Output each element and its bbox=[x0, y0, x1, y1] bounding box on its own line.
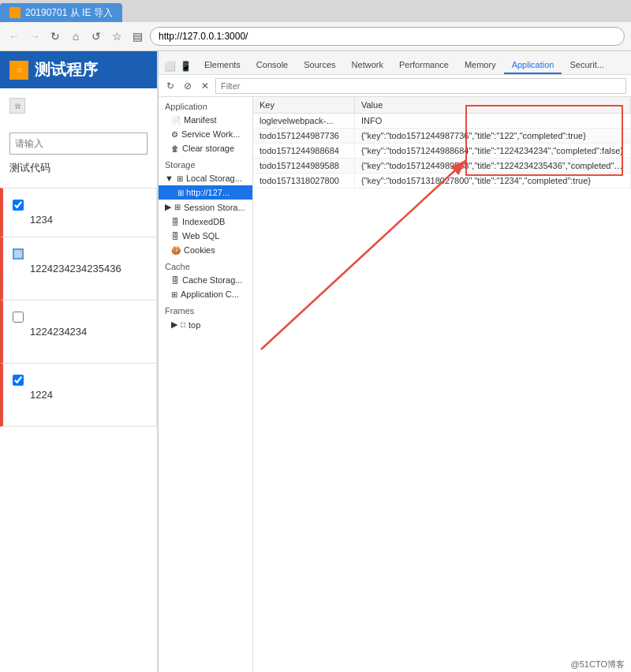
todo-text-4: 1224 bbox=[13, 389, 147, 401]
local-storage-icon: ⊞ bbox=[177, 174, 183, 183]
refresh-button[interactable]: ↻ bbox=[47, 28, 63, 44]
table-row[interactable]: todo1571244989588{"key":"todo15712449895… bbox=[253, 159, 631, 174]
table-cell-key: todo1571318027800 bbox=[253, 174, 354, 189]
footer-text: @51CTO博客 bbox=[571, 659, 625, 669]
todo-checkbox-1[interactable] bbox=[13, 200, 24, 211]
devtools-main: Application 📄 Manifest ⚙ Service Work...… bbox=[159, 97, 631, 672]
browser-chrome: 20190701 从 IE 导入 ← → ↻ ⌂ ↺ ☆ ▤ http://12… bbox=[0, 0, 631, 51]
table-cell-key: todo1571244987736 bbox=[253, 129, 354, 144]
list-item: 1224 bbox=[0, 364, 157, 427]
reader-button[interactable]: ▤ bbox=[129, 28, 145, 44]
list-item: 1224234234235436 bbox=[0, 237, 157, 301]
list-item: 1234 bbox=[0, 188, 157, 237]
clear-storage-button[interactable]: ⊘ bbox=[181, 79, 195, 93]
sidebar-item-cache-storage[interactable]: 🗄 Cache Storag... bbox=[159, 273, 252, 287]
sidebar-item-clear-storage[interactable]: 🗑 Clear storage bbox=[159, 141, 252, 155]
active-tab[interactable]: 20190701 从 IE 导入 bbox=[0, 3, 122, 22]
sidebar-item-web-sql[interactable]: 🗄 Web SQL bbox=[159, 229, 252, 243]
browser-tabs: 20190701 从 IE 导入 bbox=[0, 0, 631, 22]
sidebar-item-manifest[interactable]: 📄 Manifest bbox=[159, 113, 252, 127]
table-row[interactable]: todo1571318027800{"key":"todo15713180278… bbox=[253, 174, 631, 189]
session-storage-header[interactable]: ▶ ⊞ Session Stora... bbox=[159, 200, 252, 215]
todo-checkbox-row bbox=[13, 375, 147, 386]
app-panel: ☆ 测试程序 ☆ 测试代码 1234 122423423 bbox=[0, 51, 158, 672]
sidebar-item-local-storage-http[interactable]: ⊞ http://127... bbox=[159, 185, 252, 200]
filter-input[interactable] bbox=[215, 78, 626, 94]
device-icon[interactable]: 📱 bbox=[177, 58, 193, 74]
app-title: 测试程序 bbox=[35, 59, 98, 80]
table-cell-key: loglevelwebpack-... bbox=[253, 114, 354, 129]
todo-checkbox-row bbox=[13, 248, 147, 259]
storage-table: Key Value loglevelwebpack-...INFOtodo157… bbox=[253, 97, 631, 189]
table-cell-key: todo1571244988684 bbox=[253, 144, 354, 159]
local-storage-header[interactable]: ▼ ⊞ Local Storag... bbox=[159, 171, 252, 185]
tab-elements[interactable]: Elements bbox=[196, 57, 248, 74]
session-storage-icon: ⊞ bbox=[174, 203, 181, 211]
tab-network[interactable]: Network bbox=[344, 57, 391, 74]
devtools-main-wrap: Application 📄 Manifest ⚙ Service Work...… bbox=[159, 97, 631, 672]
tab-application[interactable]: Application bbox=[504, 57, 562, 74]
footer-bar: @51CTO博客 bbox=[565, 657, 631, 672]
cache-section-title: Cache bbox=[159, 257, 252, 273]
table-cell-value: INFO bbox=[354, 114, 630, 129]
frame-icon: □ bbox=[181, 320, 185, 329]
close-filter-button[interactable]: ✕ bbox=[198, 79, 212, 93]
sidebar-icon-1[interactable]: ☆ bbox=[9, 98, 25, 114]
frames-section-title: Frames bbox=[159, 301, 252, 317]
todo-checkbox-icon-2[interactable] bbox=[13, 248, 24, 259]
app-header: ☆ 测试程序 bbox=[0, 51, 157, 88]
forward-button[interactable]: → bbox=[27, 28, 43, 44]
todo-checkbox-4[interactable] bbox=[13, 375, 24, 386]
sidebar-item-service-workers[interactable]: ⚙ Service Work... bbox=[159, 127, 252, 141]
tab-label: 20190701 从 IE 导入 bbox=[25, 6, 113, 20]
tab-console[interactable]: Console bbox=[248, 57, 296, 74]
tab-favicon bbox=[9, 7, 21, 18]
expand-icon: ▼ bbox=[165, 174, 174, 183]
table-row[interactable]: loglevelwebpack-...INFO bbox=[253, 114, 631, 129]
star-button[interactable]: ☆ bbox=[109, 28, 125, 44]
address-bar[interactable]: http://127.0.0.1:3000/ bbox=[150, 27, 625, 46]
sidebar-item-top-frame[interactable]: ▶ □ top bbox=[159, 317, 252, 332]
sidebar-item-indexed-db[interactable]: 🗄 IndexedDB bbox=[159, 215, 252, 229]
sidebar-item-cookies[interactable]: 🍪 Cookies bbox=[159, 243, 252, 257]
table-cell-value: {"key":"todo1571244987736","title":"122"… bbox=[354, 129, 630, 144]
table-cell-value: {"key":"todo1571244989588","title":"1224… bbox=[354, 159, 630, 174]
devtools-sidebar: Application 📄 Manifest ⚙ Service Work...… bbox=[159, 97, 253, 672]
back-button[interactable]: ← bbox=[6, 28, 22, 44]
todo-checkbox-3[interactable] bbox=[13, 312, 24, 323]
home-button[interactable]: ⌂ bbox=[68, 28, 84, 44]
indexed-db-icon: 🗄 bbox=[171, 218, 179, 226]
url-text: http://127.0.0.1:3000/ bbox=[159, 31, 248, 42]
tab-memory[interactable]: Memory bbox=[457, 57, 504, 74]
cookies-icon: 🍪 bbox=[171, 246, 181, 255]
todo-text-2: 1224234234235436 bbox=[13, 263, 147, 274]
devtools-toolbar: ↻ ⊘ ✕ bbox=[159, 75, 631, 97]
todo-list: 1234 1224234234235436 1224234234 bbox=[0, 188, 157, 672]
sidebar-item-app-cache[interactable]: ⊞ Application C... bbox=[159, 287, 252, 301]
refresh-storage-button[interactable]: ↻ bbox=[163, 79, 177, 93]
table-row[interactable]: todo1571244988684{"key":"todo15712449886… bbox=[253, 144, 631, 159]
tab-sources[interactable]: Sources bbox=[296, 57, 343, 74]
tab-security[interactable]: Securit... bbox=[562, 57, 611, 74]
main-input[interactable] bbox=[9, 133, 147, 155]
col-value: Value bbox=[354, 97, 630, 114]
cache-storage-icon: 🗄 bbox=[171, 276, 179, 285]
todo-checkbox-row bbox=[13, 312, 147, 323]
main-area: ☆ 测试程序 ☆ 测试代码 1234 122423423 bbox=[0, 51, 631, 672]
app-icon: ☆ bbox=[9, 61, 28, 80]
todo-text-1: 1234 bbox=[13, 214, 147, 226]
devtools-panel: ⬜ 📱 Elements Console Sources Network Per… bbox=[158, 51, 631, 672]
tab-performance[interactable]: Performance bbox=[391, 57, 457, 74]
service-workers-icon: ⚙ bbox=[171, 130, 178, 139]
undo-button[interactable]: ↺ bbox=[88, 28, 104, 44]
todo-checkbox-row bbox=[13, 200, 147, 211]
table-row[interactable]: todo1571244987736{"key":"todo15712449877… bbox=[253, 129, 631, 144]
code-label: 测试代码 bbox=[9, 161, 147, 175]
todo-text-3: 1224234234 bbox=[13, 326, 147, 338]
local-storage-item-icon: ⊞ bbox=[177, 189, 184, 197]
local-storage-group: ▼ ⊞ Local Storag... ⊞ http://127... bbox=[159, 171, 252, 200]
list-item: 1224234234 bbox=[0, 301, 157, 364]
inspect-icon[interactable]: ⬜ bbox=[162, 58, 177, 74]
table-cell-key: todo1571244989588 bbox=[253, 159, 354, 174]
storage-section-title: Storage bbox=[159, 155, 252, 171]
